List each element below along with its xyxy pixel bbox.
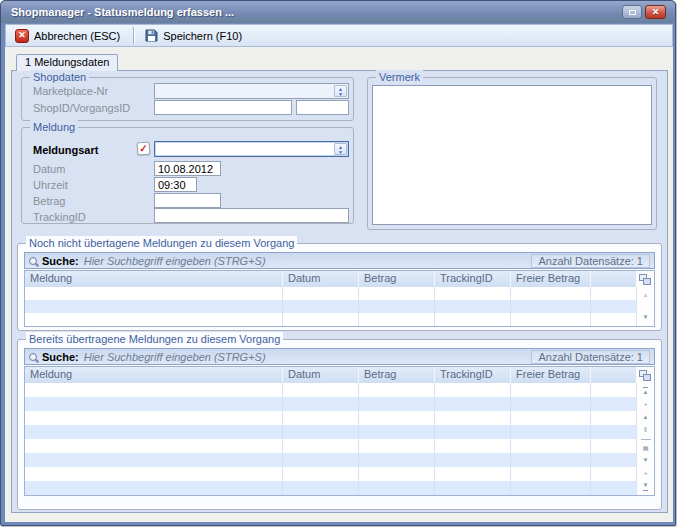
column-chooser-icon xyxy=(639,274,651,285)
search-label: Suche: xyxy=(42,255,79,267)
column-chooser-icon xyxy=(639,370,651,381)
nav-first-icon[interactable]: ▲ xyxy=(643,387,649,396)
transferred-grid-header: Meldung Datum Betrag TrackingID Freier B… xyxy=(25,367,654,383)
shopid-label: ShopID/VorgangsID xyxy=(33,102,130,114)
cancel-button-label: Abbrechen (ESC) xyxy=(34,30,120,42)
nav-page-up-icon[interactable]: + xyxy=(644,401,648,408)
vorgangsid-field[interactable] xyxy=(296,100,349,115)
spinner-up-icon: ▲ xyxy=(338,87,343,91)
table-row[interactable] xyxy=(25,481,636,495)
nav-last-icon[interactable]: ▼ xyxy=(643,482,649,491)
cancel-icon: ✕ xyxy=(15,29,29,43)
group-shopdaten-title: Shopdaten xyxy=(30,70,89,84)
required-check-icon: ✓ xyxy=(137,142,151,156)
spinner-down-icon: ▼ xyxy=(338,150,343,154)
transferred-grid: Meldung Datum Betrag TrackingID Freier B… xyxy=(24,366,655,496)
column-header-betrag[interactable]: Betrag xyxy=(359,367,435,383)
nav-grip-icon[interactable]: ‖ xyxy=(644,426,647,433)
table-row[interactable] xyxy=(25,313,636,326)
scroll-down-icon[interactable]: ▼ xyxy=(643,314,649,321)
table-row[interactable] xyxy=(25,467,636,481)
marketplace-label: Marketplace-Nr xyxy=(33,85,108,97)
search-placeholder: Hier Suchbegriff eingeben (STRG+S) xyxy=(84,255,527,267)
restore-button[interactable] xyxy=(622,5,642,19)
meldungsart-combo[interactable]: ▲ ▼ xyxy=(154,141,349,157)
column-header-freier-betrag[interactable]: Freier Betrag xyxy=(511,367,591,383)
trackingid-field[interactable] xyxy=(154,208,349,223)
table-row[interactable] xyxy=(25,425,636,439)
search-label: Suche: xyxy=(42,351,79,363)
column-header-meldung[interactable]: Meldung xyxy=(25,271,283,287)
column-header-datum[interactable]: Datum xyxy=(283,271,359,287)
nav-next-icon[interactable]: ▼ xyxy=(643,457,649,464)
table-row[interactable] xyxy=(25,439,636,453)
group-meldung-title: Meldung xyxy=(30,120,78,134)
column-chooser-button[interactable] xyxy=(636,367,654,383)
column-header-meldung[interactable]: Meldung xyxy=(25,367,283,383)
window-controls: ✕ xyxy=(622,5,666,19)
titlebar: Shopmanager - Statusmeldung erfassen ...… xyxy=(1,1,675,23)
record-navigator: ▲ + ▲ ‖ ▦ ▼ + ▼ xyxy=(636,383,654,495)
meldungsart-spinner[interactable]: ▲ ▼ xyxy=(334,143,347,155)
betrag-field[interactable] xyxy=(154,193,221,208)
group-transferred-title: Bereits übertragene Meldungen zu diesem … xyxy=(26,332,283,346)
datum-field[interactable] xyxy=(154,161,221,176)
nav-prev-icon[interactable]: ▲ xyxy=(643,414,649,421)
save-icon xyxy=(145,29,158,42)
trackingid-label: TrackingID xyxy=(33,211,86,223)
group-pending-title: Noch nicht übertagene Meldungen zu diese… xyxy=(26,236,297,250)
search-icon xyxy=(29,353,37,361)
table-row[interactable] xyxy=(25,397,636,411)
pending-grid-header: Meldung Datum Betrag TrackingID Freier B… xyxy=(25,271,654,287)
record-count-badge: Anzahl Datensätze: 1 xyxy=(531,350,650,364)
save-button[interactable]: Speichern (F10) xyxy=(140,26,250,45)
spinner-down-icon: ▼ xyxy=(338,92,343,96)
save-button-label: Speichern (F10) xyxy=(163,30,242,42)
column-header-filler xyxy=(591,271,636,287)
nav-page-down-icon[interactable]: + xyxy=(644,470,648,477)
table-row[interactable] xyxy=(25,383,636,397)
pending-scroll-strip: ▲ ▼ xyxy=(636,287,654,326)
toolbar-separator xyxy=(133,27,135,44)
uhrzeit-field[interactable] xyxy=(154,177,197,192)
nav-rows-icon[interactable]: ▦ xyxy=(643,445,649,452)
table-row[interactable] xyxy=(25,300,636,313)
spinner-up-icon: ▲ xyxy=(338,145,343,149)
table-row[interactable] xyxy=(25,453,636,467)
pending-grid-body: ▲ ▼ xyxy=(25,287,654,326)
pending-search-bar[interactable]: Suche: Hier Suchbegriff eingeben (STRG+S… xyxy=(24,252,655,269)
column-header-datum[interactable]: Datum xyxy=(283,367,359,383)
window: Shopmanager - Statusmeldung erfassen ...… xyxy=(0,0,676,526)
close-button[interactable]: ✕ xyxy=(645,5,666,19)
restore-icon xyxy=(629,10,636,15)
close-icon: ✕ xyxy=(652,7,660,17)
shopid-field[interactable] xyxy=(154,100,292,115)
datum-label: Datum xyxy=(33,163,65,175)
record-count-badge: Anzahl Datensätze: 1 xyxy=(531,254,650,268)
column-chooser-button[interactable] xyxy=(636,271,654,287)
betrag-label: Betrag xyxy=(33,195,65,207)
group-vermerk-title: Vermerk xyxy=(376,70,423,84)
column-header-freier-betrag[interactable]: Freier Betrag xyxy=(511,271,591,287)
scroll-up-icon[interactable]: ▲ xyxy=(643,292,649,299)
transferred-grid-body: ▲ + ▲ ‖ ▦ ▼ + ▼ xyxy=(25,383,654,495)
marketplace-spinner[interactable]: ▲ ▼ xyxy=(334,85,347,97)
column-header-filler xyxy=(591,367,636,383)
nav-divider xyxy=(641,439,651,440)
column-header-betrag[interactable]: Betrag xyxy=(359,271,435,287)
uhrzeit-label: Uhrzeit xyxy=(33,179,68,191)
column-header-trackingid[interactable]: TrackingID xyxy=(435,367,511,383)
transferred-search-bar[interactable]: Suche: Hier Suchbegriff eingeben (STRG+S… xyxy=(24,348,655,365)
vermerk-textarea[interactable] xyxy=(372,85,652,225)
table-row[interactable] xyxy=(25,411,636,425)
pending-grid: Meldung Datum Betrag TrackingID Freier B… xyxy=(24,270,655,327)
meldungsart-label: Meldungsart xyxy=(33,144,98,156)
window-title: Shopmanager - Statusmeldung erfassen ... xyxy=(1,6,622,18)
tab-meldungsdaten[interactable]: 1 Meldungsdaten xyxy=(16,54,118,71)
toolbar: ✕ Abbrechen (ESC) Speichern (F10) xyxy=(5,24,673,47)
table-row[interactable] xyxy=(25,287,636,300)
search-placeholder: Hier Suchbegriff eingeben (STRG+S) xyxy=(84,351,527,363)
marketplace-combo[interactable]: ▲ ▼ xyxy=(154,83,349,99)
cancel-button[interactable]: ✕ Abbrechen (ESC) xyxy=(10,26,128,46)
column-header-trackingid[interactable]: TrackingID xyxy=(435,271,511,287)
